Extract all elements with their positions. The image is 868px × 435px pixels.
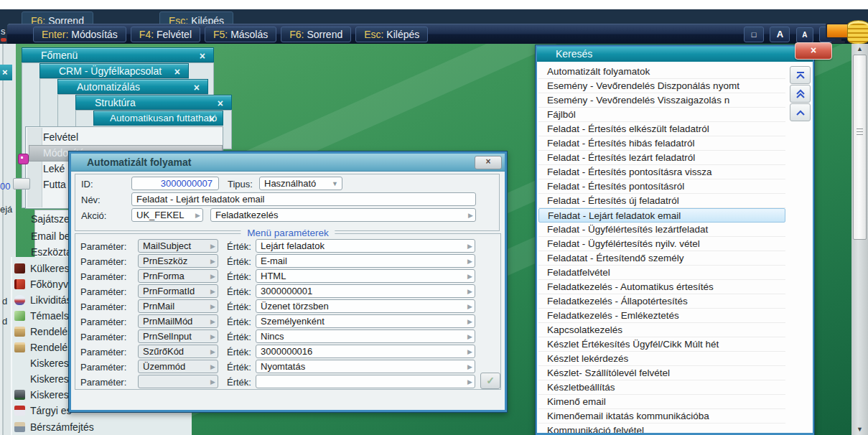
menu-item-felvetel[interactable]: Felvétel: [43, 129, 78, 145]
dialog-titlebar[interactable]: Automatizált folyamat: [71, 154, 505, 172]
list-item[interactable]: Feladat - Értesítés pontosításra vissza: [538, 165, 785, 179]
akcio-code-input[interactable]: UK_FEKEL▶: [131, 208, 203, 222]
lookup-arrow-icon[interactable]: ▶: [467, 316, 472, 327]
list-item[interactable]: Készletbeállítás: [538, 380, 785, 395]
monitor-icon[interactable]: [826, 23, 850, 39]
lookup-arrow-icon[interactable]: ▶: [195, 210, 200, 221]
sidebar-item-kiskeresk-2[interactable]: Kiskeresk: [30, 372, 74, 388]
list-item[interactable]: Kapcsolatkezelés: [538, 323, 785, 337]
lookup-arrow-icon[interactable]: ▶: [210, 240, 215, 252]
scrollbar-up-arrow[interactable]: ▲: [851, 45, 868, 52]
list-item[interactable]: Feladatat - Értesítendő személy: [538, 251, 785, 266]
maximize-button[interactable]: □: [744, 27, 764, 42]
parameter-value-input[interactable]: Személyenként▶: [256, 314, 475, 328]
lookup-arrow-icon[interactable]: ▶: [467, 376, 472, 388]
shortcut-enter-modositas[interactable]: Enter: Módosítás: [33, 27, 126, 42]
list-item[interactable]: Feladat - Értesítés elkészült feladatról: [538, 122, 785, 136]
list-item[interactable]: Esemény - Vevőrendelés Diszponálás nyomt: [538, 79, 785, 93]
menu-item-sajatsze[interactable]: Sajátsze: [31, 211, 70, 227]
parameter-value-input[interactable]: 3000000016▶: [256, 345, 475, 358]
chevron-down-icon[interactable]: ▼: [332, 178, 338, 190]
font-increase-button[interactable]: A: [770, 27, 790, 42]
tipus-dropdown[interactable]: Használható▼: [259, 177, 342, 190]
lookup-arrow-icon[interactable]: ▶: [210, 346, 215, 357]
parameter-name-input[interactable]: PrnEszköz▶: [138, 254, 218, 268]
list-item[interactable]: Feladatkezelés - Automatikus értesítés: [538, 280, 785, 294]
lookup-arrow-icon[interactable]: ▶: [467, 256, 472, 267]
nev-input[interactable]: Feladat - Lejárt feladatok email: [131, 192, 476, 206]
scrollbar-thumb[interactable]: [853, 55, 867, 240]
confirm-check-button[interactable]: ✓: [480, 373, 500, 389]
sidebar-item-likviditas[interactable]: Likviditás: [30, 293, 72, 309]
lookup-arrow-icon[interactable]: ▶: [210, 331, 215, 342]
scrollbar-down-arrow[interactable]: ▼: [851, 426, 868, 433]
parameter-value-input[interactable]: Lejárt feladatok▶: [256, 239, 475, 253]
parameter-name-input[interactable]: ▶: [138, 375, 218, 388]
shortcut-f6-sorrend[interactable]: F6: Sorrend: [281, 27, 351, 42]
menu-item-futtatas[interactable]: Futta: [43, 177, 66, 192]
list-item[interactable]: Fájlból: [538, 108, 785, 122]
search-close-button[interactable]: ×: [795, 42, 832, 60]
lookup-arrow-icon[interactable]: ▶: [210, 301, 215, 312]
sidebar-item-rendeles-2[interactable]: Rendelés: [30, 340, 73, 356]
sidebar-item-temaelsz[interactable]: Témaelsz: [30, 309, 74, 324]
list-item[interactable]: Esemény - Vevőrendelés Visszaigazolás n: [538, 93, 785, 108]
list-item[interactable]: Feladatkezelés - Állapotértesítés: [538, 294, 785, 309]
id-input[interactable]: 3000000007: [131, 177, 219, 190]
database-coins-icon[interactable]: [847, 20, 868, 45]
list-item[interactable]: Feladat - Értesítés pontosításról: [538, 179, 785, 194]
background-close-icon[interactable]: ×: [0, 65, 12, 80]
lookup-arrow-icon[interactable]: ▶: [468, 210, 473, 221]
lookup-arrow-icon[interactable]: ▶: [467, 286, 472, 297]
parameter-name-input[interactable]: PrnSelInput▶: [138, 329, 218, 343]
parameter-value-input[interactable]: Üzenet törzsben▶: [256, 299, 475, 313]
search-panel-titlebar[interactable]: Keresés: [537, 47, 813, 62]
list-item[interactable]: Feladatkezelés - Emlékeztetés: [538, 309, 785, 323]
parameter-value-input[interactable]: Nyomtatás▶: [256, 360, 475, 373]
menu-item-emailbe[interactable]: Email be: [31, 228, 70, 244]
menu-item-lekerdezes[interactable]: Leké: [43, 161, 65, 177]
scroll-to-top-button[interactable]: [790, 66, 811, 84]
list-item[interactable]: Feladat - Értesítés lezárt feladatról: [538, 151, 785, 165]
lookup-arrow-icon[interactable]: ▶: [210, 256, 215, 267]
lookup-arrow-icon[interactable]: ▶: [210, 316, 215, 327]
list-item[interactable]: Kimenőemail iktatás kommunikációba: [538, 409, 785, 424]
lookup-arrow-icon[interactable]: ▶: [210, 376, 215, 388]
lookup-arrow-icon[interactable]: ▶: [467, 361, 472, 373]
close-icon[interactable]: ×: [218, 96, 223, 111]
lookup-arrow-icon[interactable]: ▶: [467, 271, 472, 282]
sidebar-item-targyi[interactable]: Tárgyi es: [30, 403, 72, 419]
parameter-value-input[interactable]: ▶: [256, 375, 475, 388]
lookup-arrow-icon[interactable]: ▶: [467, 301, 472, 312]
window-titlebar-fomenu[interactable]: Főmenü ×: [22, 47, 214, 62]
akcio-value-input[interactable]: Feladatkezelés▶: [210, 208, 476, 222]
list-item[interactable]: Feladat - Értesítés új feladatról: [538, 194, 785, 208]
sidebar-item-fokonyv[interactable]: Főkönyv: [30, 277, 68, 293]
list-item[interactable]: Feladat - Ügyfélértesítés lezártfeladat: [538, 223, 785, 237]
lookup-arrow-icon[interactable]: ▶: [467, 331, 472, 342]
parameter-name-input[interactable]: MailSubject▶: [138, 239, 218, 253]
sidebar-item-kiskeresk-3[interactable]: Kiskeresk: [30, 388, 74, 403]
lookup-arrow-icon[interactable]: ▶: [210, 271, 215, 282]
close-icon[interactable]: ×: [194, 80, 200, 95]
list-item[interactable]: Feladat - Ügyfélértesítés nyilv. vétel: [538, 237, 785, 251]
list-item-selected[interactable]: Feladat - Lejárt feladatok email: [538, 208, 785, 223]
list-item[interactable]: Automatizált folyamatok: [538, 65, 785, 79]
page-up-button[interactable]: [790, 85, 811, 103]
close-icon[interactable]: ×: [174, 65, 180, 79]
list-item[interactable]: Kimenő email: [538, 395, 785, 409]
font-decrease-button[interactable]: A: [796, 27, 813, 43]
shortcut-esc-kilepes[interactable]: Esc: Kilépés: [355, 27, 428, 42]
parameter-name-input[interactable]: SzűrőKód▶: [138, 345, 218, 358]
dialog-close-button[interactable]: ×: [475, 156, 502, 169]
lookup-arrow-icon[interactable]: ▶: [210, 286, 215, 297]
window-titlebar-crm[interactable]: CRM - Ügyfélkapcsolat kezelés ×: [39, 63, 189, 78]
close-icon[interactable]: ×: [209, 112, 215, 126]
shortcut-f5-masolas[interactable]: F5: Másolás: [205, 27, 276, 42]
list-item[interactable]: Készlet Értékesítés Ügyfél/Cikk Múlt hét: [538, 337, 785, 352]
window-titlebar-struktura[interactable]: Struktúra ×: [75, 95, 232, 110]
sidebar-item-berszamfejtes[interactable]: Bérszámfejtés: [30, 420, 94, 435]
list-item[interactable]: Kommunikáció felvétel: [538, 424, 785, 433]
parameter-name-input[interactable]: PrnFormatId▶: [138, 284, 218, 298]
parameter-name-input[interactable]: Üzemmód▶: [138, 360, 218, 373]
